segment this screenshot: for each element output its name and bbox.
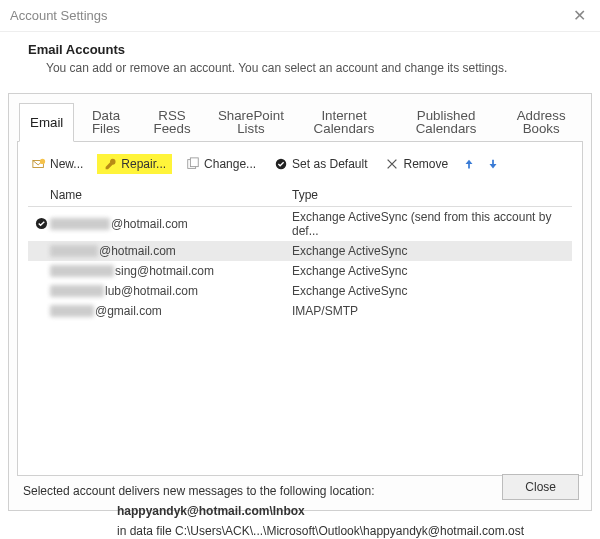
header-block: Email Accounts You can add or remove an … [0,32,600,93]
tab-strip: Email Data Files RSS Feeds SharePoint Li… [19,102,583,141]
tab-data-files[interactable]: Data Files [74,103,137,142]
delivery-info: Selected account delivers new messages t… [17,476,583,539]
default-marker [32,217,50,230]
account-type: Exchange ActiveSync [292,284,572,298]
tab-panel-email: New... Repair... Change... Set as Defaul… [17,141,583,476]
toolbar: New... Repair... Change... Set as Defaul… [28,152,572,184]
arrow-up-icon [462,157,476,171]
page-subtitle: You can add or remove an account. You ca… [46,61,572,75]
delivery-data-file: in data file C:\Users\ACK\...\Microsoft\… [23,521,577,539]
remove-icon [385,157,399,171]
svg-rect-3 [190,158,198,167]
account-name: @gmail.com [50,304,292,318]
delivery-info-line1: Selected account delivers new messages t… [23,484,375,498]
accounts-table-header: Name Type [28,184,572,207]
new-button-label: New... [50,157,83,171]
account-type: Exchange ActiveSync (send from this acco… [292,210,572,238]
table-row[interactable]: @hotmail.com Exchange ActiveSync (send f… [28,207,572,241]
table-row[interactable]: sing@hotmail.com Exchange ActiveSync [28,261,572,281]
close-icon: ✕ [573,7,586,24]
set-default-button-label: Set as Default [292,157,367,171]
repair-button-label: Repair... [121,157,166,171]
account-name: @hotmail.com [50,244,292,258]
wrench-icon [103,157,117,171]
change-button[interactable]: Change... [182,155,260,173]
tab-internet-calendars[interactable]: Internet Calendars [295,103,392,142]
account-name: sing@hotmail.com [50,264,292,278]
change-icon [186,157,200,171]
dialog-footer: Close [502,474,579,500]
content-frame: Email Data Files RSS Feeds SharePoint Li… [8,93,592,511]
window-title: Account Settings [10,8,108,23]
new-mail-icon [32,157,46,171]
accounts-table-body: @hotmail.com Exchange ActiveSync (send f… [28,207,572,321]
svg-point-1 [40,158,45,163]
change-button-label: Change... [204,157,256,171]
new-button[interactable]: New... [28,155,87,173]
table-row[interactable]: @hotmail.com Exchange ActiveSync [28,241,572,261]
tab-sharepoint-lists[interactable]: SharePoint Lists [207,103,296,142]
move-down-button[interactable] [486,155,500,173]
tab-published-calendars[interactable]: Published Calendars [393,103,500,142]
column-type-header[interactable]: Type [292,188,572,202]
move-up-button[interactable] [462,155,476,173]
account-name: lub@hotmail.com [50,284,292,298]
account-type: Exchange ActiveSync [292,264,572,278]
remove-button-label: Remove [403,157,448,171]
column-name-header[interactable]: Name [32,188,292,202]
account-type: Exchange ActiveSync [292,244,572,258]
page-title: Email Accounts [28,42,572,57]
tab-rss-feeds[interactable]: RSS Feeds [138,103,207,142]
title-bar: Account Settings ✕ [0,0,600,32]
account-type: IMAP/SMTP [292,304,572,318]
set-default-button[interactable]: Set as Default [270,155,371,173]
table-row[interactable]: @gmail.com IMAP/SMTP [28,301,572,321]
tab-email[interactable]: Email [19,103,74,142]
delivery-location: happyandyk@hotmail.com\Inbox [23,501,577,521]
table-row[interactable]: lub@hotmail.com Exchange ActiveSync [28,281,572,301]
tab-address-books[interactable]: Address Books [499,103,583,142]
check-circle-icon [35,217,48,230]
check-circle-icon [274,157,288,171]
arrow-down-icon [486,157,500,171]
repair-button[interactable]: Repair... [97,154,172,174]
remove-button[interactable]: Remove [381,155,452,173]
window-close-button[interactable]: ✕ [569,6,590,25]
account-name: @hotmail.com [50,217,292,231]
close-button[interactable]: Close [502,474,579,500]
